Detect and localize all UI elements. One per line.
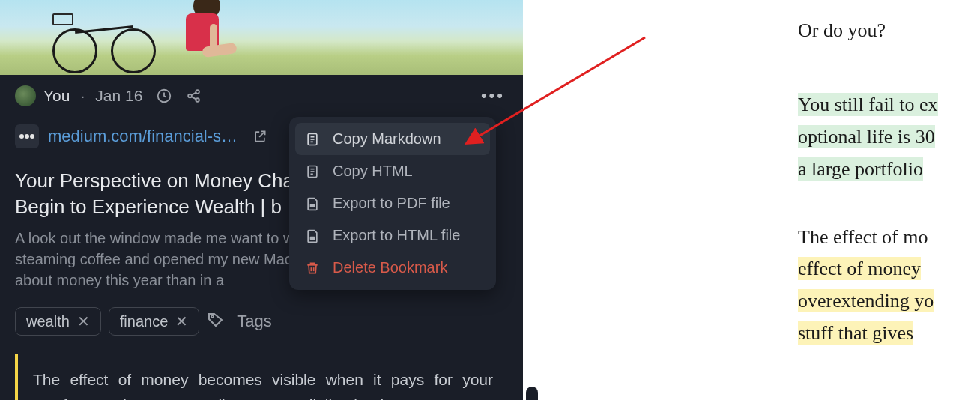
avatar[interactable] (15, 85, 36, 106)
history-icon[interactable] (156, 88, 172, 104)
menu-item-label: Export to HTML file (333, 227, 460, 244)
menu-item-label: Export to PDF file (333, 195, 450, 212)
more-menu-button[interactable]: ••• (481, 86, 505, 106)
remove-tag-icon[interactable]: ✕ (175, 312, 188, 330)
menu-export-html[interactable]: Export to HTML file (295, 219, 490, 252)
external-link-icon[interactable] (252, 129, 267, 144)
tag-icon[interactable] (207, 311, 225, 332)
tag-finance[interactable]: finance ✕ (109, 307, 200, 336)
svg-rect-13 (310, 204, 315, 207)
reader-paragraph-highlighted-green: You still fail to ex optional life is 30… (798, 89, 980, 186)
tags-row: wealth ✕ finance ✕ Tags (0, 304, 523, 354)
tags-placeholder-label[interactable]: Tags (237, 312, 271, 331)
reader-content: Or do you? You still fail to ex optional… (524, 15, 980, 350)
html-file-icon (304, 228, 321, 244)
document-icon (304, 163, 321, 180)
svg-point-4 (211, 315, 214, 318)
tag-label: finance (120, 313, 169, 330)
remove-tag-icon[interactable]: ✕ (77, 312, 90, 330)
meta-row: You · Jan 16 ••• (0, 75, 523, 117)
date-label: Jan 16 (95, 87, 142, 105)
hero-person-illustration (172, 0, 240, 75)
source-url-link[interactable]: medium.com/financial-s… (48, 127, 238, 146)
reader-paragraph-highlighted-yellow: The effect of mo effect of money overext… (798, 222, 980, 351)
reader-paragraph: Or do you? (798, 15, 980, 47)
pdf-file-icon (304, 196, 321, 212)
share-icon[interactable] (186, 88, 202, 104)
tag-label: wealth (26, 313, 70, 330)
menu-export-pdf[interactable]: Export to PDF file (295, 187, 490, 219)
hero-image (0, 0, 523, 75)
menu-item-label: Copy Markdown (333, 130, 441, 148)
tag-wealth[interactable]: wealth ✕ (15, 307, 101, 336)
svg-point-2 (196, 90, 200, 94)
highlight-quote: The effect of money becomes visible when… (15, 354, 508, 400)
document-icon (304, 131, 321, 148)
trash-icon (304, 260, 321, 276)
svg-point-3 (196, 98, 200, 102)
menu-item-label: Delete Bookmark (333, 259, 447, 276)
menu-item-label: Copy HTML (333, 163, 413, 180)
context-menu: Copy Markdown Copy HTML Export to PDF fi… (289, 117, 496, 290)
meta-separator: · (80, 87, 85, 105)
author-label: You (43, 87, 70, 105)
scroll-hint (526, 387, 538, 400)
svg-rect-14 (310, 236, 315, 239)
menu-delete-bookmark[interactable]: Delete Bookmark (295, 252, 490, 284)
svg-point-1 (189, 94, 193, 98)
menu-copy-html[interactable]: Copy HTML (295, 155, 490, 187)
site-icon (15, 124, 39, 148)
reader-panel: Or do you? You still fail to ex optional… (524, 0, 980, 400)
menu-copy-markdown[interactable]: Copy Markdown (295, 123, 490, 155)
